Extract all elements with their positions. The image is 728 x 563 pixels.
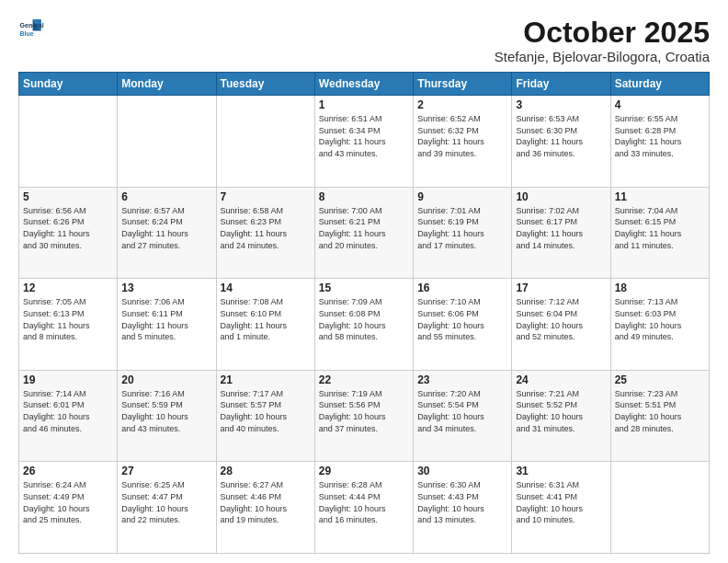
svg-text:Blue: Blue <box>20 30 34 37</box>
day-number: 19 <box>23 373 113 386</box>
day-info: Sunrise: 7:14 AM Sunset: 6:01 PM Dayligh… <box>23 388 113 434</box>
table-row <box>118 96 216 188</box>
day-number: 1 <box>319 98 409 111</box>
day-info: Sunrise: 6:31 AM Sunset: 4:41 PM Dayligh… <box>516 479 606 525</box>
header: General Blue October 2025 Stefanje, Bjel… <box>18 17 710 64</box>
title-block: October 2025 Stefanje, Bjelovar-Bilogora… <box>495 17 710 64</box>
day-info: Sunrise: 7:09 AM Sunset: 6:08 PM Dayligh… <box>319 296 409 342</box>
logo: General Blue <box>18 17 44 42</box>
page-subtitle: Stefanje, Bjelovar-Bilogora, Croatia <box>495 49 710 64</box>
table-row: 24Sunrise: 7:21 AM Sunset: 5:52 PM Dayli… <box>512 370 610 462</box>
table-row: 20Sunrise: 7:16 AM Sunset: 5:59 PM Dayli… <box>118 370 216 462</box>
table-row: 10Sunrise: 7:02 AM Sunset: 6:17 PM Dayli… <box>512 187 610 279</box>
day-number: 5 <box>23 190 113 203</box>
day-info: Sunrise: 7:10 AM Sunset: 6:06 PM Dayligh… <box>417 296 507 342</box>
table-row: 22Sunrise: 7:19 AM Sunset: 5:56 PM Dayli… <box>314 370 413 462</box>
table-row: 3Sunrise: 6:53 AM Sunset: 6:30 PM Daylig… <box>512 96 610 188</box>
day-info: Sunrise: 6:27 AM Sunset: 4:46 PM Dayligh… <box>221 479 311 525</box>
page-title: October 2025 <box>495 17 710 49</box>
table-row: 25Sunrise: 7:23 AM Sunset: 5:51 PM Dayli… <box>610 370 709 462</box>
table-row: 6Sunrise: 6:57 AM Sunset: 6:24 PM Daylig… <box>118 187 216 279</box>
day-number: 17 <box>516 282 606 294</box>
table-row <box>216 96 314 188</box>
day-number: 23 <box>417 373 507 386</box>
table-row: 18Sunrise: 7:13 AM Sunset: 6:03 PM Dayli… <box>610 279 709 371</box>
table-row: 7Sunrise: 6:58 AM Sunset: 6:23 PM Daylig… <box>216 187 314 279</box>
table-row: 19Sunrise: 7:14 AM Sunset: 6:01 PM Dayli… <box>19 370 118 462</box>
table-row: 26Sunrise: 6:24 AM Sunset: 4:49 PM Dayli… <box>19 462 118 554</box>
day-info: Sunrise: 7:01 AM Sunset: 6:19 PM Dayligh… <box>417 205 507 251</box>
calendar-week-row: 5Sunrise: 6:56 AM Sunset: 6:26 PM Daylig… <box>19 187 710 279</box>
day-info: Sunrise: 6:30 AM Sunset: 4:43 PM Dayligh… <box>417 479 507 525</box>
day-info: Sunrise: 6:24 AM Sunset: 4:49 PM Dayligh… <box>23 479 113 525</box>
day-info: Sunrise: 6:55 AM Sunset: 6:28 PM Dayligh… <box>615 113 705 159</box>
day-info: Sunrise: 7:16 AM Sunset: 5:59 PM Dayligh… <box>121 388 211 434</box>
day-info: Sunrise: 7:02 AM Sunset: 6:17 PM Dayligh… <box>516 205 606 251</box>
day-info: Sunrise: 6:52 AM Sunset: 6:32 PM Dayligh… <box>417 113 507 159</box>
calendar-week-row: 26Sunrise: 6:24 AM Sunset: 4:49 PM Dayli… <box>19 462 710 554</box>
table-row: 8Sunrise: 7:00 AM Sunset: 6:21 PM Daylig… <box>314 187 413 279</box>
table-row: 15Sunrise: 7:09 AM Sunset: 6:08 PM Dayli… <box>314 279 413 371</box>
table-row: 29Sunrise: 6:28 AM Sunset: 4:44 PM Dayli… <box>314 462 413 554</box>
day-number: 13 <box>121 282 211 294</box>
day-number: 20 <box>121 373 211 386</box>
col-tuesday: Tuesday <box>216 73 314 96</box>
day-info: Sunrise: 7:06 AM Sunset: 6:11 PM Dayligh… <box>121 296 211 342</box>
logo-icon: General Blue <box>18 17 44 42</box>
table-row: 31Sunrise: 6:31 AM Sunset: 4:41 PM Dayli… <box>512 462 610 554</box>
day-info: Sunrise: 6:53 AM Sunset: 6:30 PM Dayligh… <box>516 113 606 159</box>
day-info: Sunrise: 7:23 AM Sunset: 5:51 PM Dayligh… <box>615 388 705 434</box>
day-number: 12 <box>23 282 113 294</box>
table-row: 17Sunrise: 7:12 AM Sunset: 6:04 PM Dayli… <box>512 279 610 371</box>
day-info: Sunrise: 7:19 AM Sunset: 5:56 PM Dayligh… <box>319 388 409 434</box>
table-row: 13Sunrise: 7:06 AM Sunset: 6:11 PM Dayli… <box>118 279 216 371</box>
day-number: 14 <box>221 282 311 294</box>
day-number: 27 <box>121 465 211 477</box>
day-info: Sunrise: 7:21 AM Sunset: 5:52 PM Dayligh… <box>516 388 606 434</box>
day-number: 10 <box>516 190 606 203</box>
table-row: 12Sunrise: 7:05 AM Sunset: 6:13 PM Dayli… <box>19 279 118 371</box>
day-number: 9 <box>417 190 507 203</box>
col-monday: Monday <box>118 73 216 96</box>
calendar-week-row: 12Sunrise: 7:05 AM Sunset: 6:13 PM Dayli… <box>19 279 710 371</box>
day-info: Sunrise: 7:20 AM Sunset: 5:54 PM Dayligh… <box>417 388 507 434</box>
day-info: Sunrise: 6:58 AM Sunset: 6:23 PM Dayligh… <box>221 205 311 251</box>
day-number: 2 <box>417 98 507 111</box>
day-info: Sunrise: 7:04 AM Sunset: 6:15 PM Dayligh… <box>615 205 705 251</box>
day-info: Sunrise: 6:25 AM Sunset: 4:47 PM Dayligh… <box>121 479 211 525</box>
calendar-week-row: 1Sunrise: 6:51 AM Sunset: 6:34 PM Daylig… <box>19 96 710 188</box>
day-info: Sunrise: 7:13 AM Sunset: 6:03 PM Dayligh… <box>615 296 705 342</box>
calendar-header-row: Sunday Monday Tuesday Wednesday Thursday… <box>19 73 710 96</box>
col-sunday: Sunday <box>19 73 118 96</box>
day-info: Sunrise: 6:56 AM Sunset: 6:26 PM Dayligh… <box>23 205 113 251</box>
day-number: 26 <box>23 465 113 477</box>
day-number: 24 <box>516 373 606 386</box>
day-info: Sunrise: 6:28 AM Sunset: 4:44 PM Dayligh… <box>319 479 409 525</box>
day-number: 3 <box>516 98 606 111</box>
table-row: 5Sunrise: 6:56 AM Sunset: 6:26 PM Daylig… <box>19 187 118 279</box>
day-number: 21 <box>221 373 311 386</box>
col-friday: Friday <box>512 73 610 96</box>
day-info: Sunrise: 6:51 AM Sunset: 6:34 PM Dayligh… <box>319 113 409 159</box>
day-info: Sunrise: 7:00 AM Sunset: 6:21 PM Dayligh… <box>319 205 409 251</box>
day-number: 4 <box>615 98 705 111</box>
table-row: 14Sunrise: 7:08 AM Sunset: 6:10 PM Dayli… <box>216 279 314 371</box>
table-row: 1Sunrise: 6:51 AM Sunset: 6:34 PM Daylig… <box>314 96 413 188</box>
day-number: 25 <box>615 373 705 386</box>
day-number: 8 <box>319 190 409 203</box>
table-row <box>19 96 118 188</box>
day-number: 15 <box>319 282 409 294</box>
day-info: Sunrise: 7:05 AM Sunset: 6:13 PM Dayligh… <box>23 296 113 342</box>
col-wednesday: Wednesday <box>314 73 413 96</box>
day-info: Sunrise: 7:12 AM Sunset: 6:04 PM Dayligh… <box>516 296 606 342</box>
table-row <box>610 462 709 554</box>
table-row: 11Sunrise: 7:04 AM Sunset: 6:15 PM Dayli… <box>610 187 709 279</box>
table-row: 30Sunrise: 6:30 AM Sunset: 4:43 PM Dayli… <box>414 462 512 554</box>
day-info: Sunrise: 6:57 AM Sunset: 6:24 PM Dayligh… <box>121 205 211 251</box>
table-row: 23Sunrise: 7:20 AM Sunset: 5:54 PM Dayli… <box>414 370 512 462</box>
day-number: 18 <box>615 282 705 294</box>
day-number: 28 <box>221 465 311 477</box>
day-number: 16 <box>417 282 507 294</box>
day-number: 30 <box>417 465 507 477</box>
svg-text:General: General <box>20 22 44 29</box>
